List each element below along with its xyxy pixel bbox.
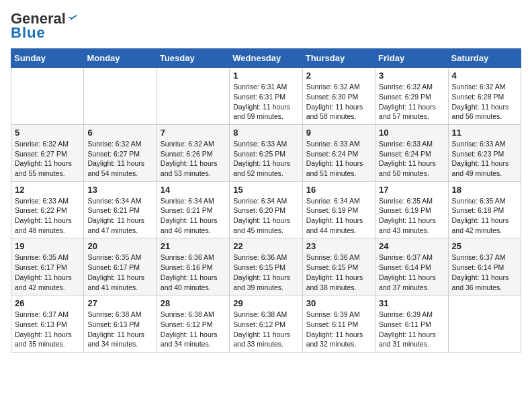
day-info: Sunrise: 6:35 AMSunset: 6:18 PMDaylight:… [452, 196, 517, 236]
day-number: 28 [161, 298, 226, 308]
calendar-cell: 12Sunrise: 6:33 AMSunset: 6:22 PMDayligh… [11, 181, 84, 238]
day-number: 6 [87, 128, 152, 138]
weekday-header-saturday: Saturday [448, 49, 521, 68]
calendar-header-row: SundayMondayTuesdayWednesdayThursdayFrid… [11, 49, 521, 68]
day-info: Sunrise: 6:33 AMSunset: 6:24 PMDaylight:… [379, 139, 444, 179]
day-number: 25 [452, 241, 517, 251]
day-info: Sunrise: 6:37 AMSunset: 6:14 PMDaylight:… [379, 253, 444, 292]
calendar-cell: 19Sunrise: 6:35 AMSunset: 6:17 PMDayligh… [11, 238, 84, 295]
day-info: Sunrise: 6:32 AMSunset: 6:27 PMDaylight:… [87, 139, 152, 179]
day-info: Sunrise: 6:33 AMSunset: 6:24 PMDaylight:… [306, 139, 371, 179]
day-number: 16 [306, 185, 371, 195]
day-info: Sunrise: 6:38 AMSunset: 6:12 PMDaylight:… [161, 310, 226, 349]
day-info: Sunrise: 6:39 AMSunset: 6:11 PMDaylight:… [379, 310, 444, 349]
day-number: 22 [233, 241, 298, 251]
day-info: Sunrise: 6:32 AMSunset: 6:28 PMDaylight:… [452, 82, 517, 122]
calendar-cell [11, 68, 84, 125]
day-info: Sunrise: 6:36 AMSunset: 6:15 PMDaylight:… [233, 253, 298, 292]
day-number: 14 [161, 185, 226, 195]
calendar-cell: 10Sunrise: 6:33 AMSunset: 6:24 PMDayligh… [375, 124, 448, 181]
day-number: 31 [379, 298, 444, 308]
calendar-cell: 23Sunrise: 6:36 AMSunset: 6:15 PMDayligh… [302, 238, 375, 295]
day-info: Sunrise: 6:37 AMSunset: 6:13 PMDaylight:… [15, 310, 80, 349]
day-info: Sunrise: 6:32 AMSunset: 6:27 PMDaylight:… [15, 139, 80, 179]
calendar-cell [448, 295, 521, 353]
day-info: Sunrise: 6:34 AMSunset: 6:19 PMDaylight:… [306, 196, 371, 236]
day-number: 15 [233, 185, 298, 195]
calendar-week-1: 1Sunrise: 6:31 AMSunset: 6:31 PMDaylight… [11, 68, 521, 125]
day-number: 20 [87, 241, 152, 251]
calendar-cell: 9Sunrise: 6:33 AMSunset: 6:24 PMDaylight… [302, 124, 375, 181]
calendar-cell: 7Sunrise: 6:32 AMSunset: 6:26 PMDaylight… [157, 124, 229, 181]
calendar-cell: 13Sunrise: 6:34 AMSunset: 6:21 PMDayligh… [84, 181, 157, 238]
calendar-cell: 11Sunrise: 6:33 AMSunset: 6:23 PMDayligh… [448, 124, 521, 181]
day-number: 13 [87, 185, 152, 195]
calendar-cell: 2Sunrise: 6:32 AMSunset: 6:30 PMDaylight… [302, 68, 375, 125]
weekday-header-sunday: Sunday [11, 49, 84, 68]
day-info: Sunrise: 6:34 AMSunset: 6:21 PMDaylight:… [87, 196, 152, 236]
calendar-body: 1Sunrise: 6:31 AMSunset: 6:31 PMDaylight… [11, 68, 521, 353]
calendar-week-5: 26Sunrise: 6:37 AMSunset: 6:13 PMDayligh… [11, 295, 521, 353]
calendar-cell: 14Sunrise: 6:34 AMSunset: 6:21 PMDayligh… [157, 181, 229, 238]
weekday-header-friday: Friday [375, 49, 448, 68]
calendar-cell: 31Sunrise: 6:39 AMSunset: 6:11 PMDayligh… [375, 295, 448, 353]
day-number: 24 [379, 241, 444, 251]
calendar-cell: 4Sunrise: 6:32 AMSunset: 6:28 PMDaylight… [448, 68, 521, 125]
day-info: Sunrise: 6:31 AMSunset: 6:31 PMDaylight:… [233, 82, 298, 122]
day-info: Sunrise: 6:32 AMSunset: 6:26 PMDaylight:… [161, 139, 226, 179]
calendar-cell: 15Sunrise: 6:34 AMSunset: 6:20 PMDayligh… [230, 181, 302, 238]
day-info: Sunrise: 6:32 AMSunset: 6:30 PMDaylight:… [306, 82, 371, 122]
calendar-week-4: 19Sunrise: 6:35 AMSunset: 6:17 PMDayligh… [11, 238, 521, 295]
day-info: Sunrise: 6:35 AMSunset: 6:17 PMDaylight:… [15, 253, 80, 292]
day-number: 12 [15, 185, 80, 195]
calendar-cell: 5Sunrise: 6:32 AMSunset: 6:27 PMDaylight… [11, 124, 84, 181]
calendar-cell: 17Sunrise: 6:35 AMSunset: 6:19 PMDayligh… [375, 181, 448, 238]
calendar-cell: 1Sunrise: 6:31 AMSunset: 6:31 PMDaylight… [230, 68, 302, 125]
calendar-cell: 16Sunrise: 6:34 AMSunset: 6:19 PMDayligh… [302, 181, 375, 238]
day-info: Sunrise: 6:34 AMSunset: 6:20 PMDaylight:… [233, 196, 298, 236]
day-number: 5 [15, 128, 80, 138]
calendar-cell: 26Sunrise: 6:37 AMSunset: 6:13 PMDayligh… [11, 295, 84, 353]
weekday-header-thursday: Thursday [302, 49, 375, 68]
calendar-cell: 30Sunrise: 6:39 AMSunset: 6:11 PMDayligh… [302, 295, 375, 353]
day-number: 23 [306, 241, 371, 251]
day-info: Sunrise: 6:39 AMSunset: 6:11 PMDaylight:… [306, 310, 371, 349]
calendar-cell: 21Sunrise: 6:36 AMSunset: 6:16 PMDayligh… [157, 238, 229, 295]
day-info: Sunrise: 6:34 AMSunset: 6:21 PMDaylight:… [161, 196, 226, 236]
weekday-header-wednesday: Wednesday [230, 49, 302, 68]
day-number: 30 [306, 298, 371, 308]
calendar-cell: 20Sunrise: 6:35 AMSunset: 6:17 PMDayligh… [84, 238, 157, 295]
day-info: Sunrise: 6:33 AMSunset: 6:23 PMDaylight:… [452, 139, 517, 179]
day-number: 18 [452, 185, 517, 195]
calendar-cell: 8Sunrise: 6:33 AMSunset: 6:25 PMDaylight… [230, 124, 302, 181]
calendar-table: SundayMondayTuesdayWednesdayThursdayFrid… [11, 48, 521, 353]
day-number: 21 [161, 241, 226, 251]
calendar-cell: 3Sunrise: 6:32 AMSunset: 6:29 PMDaylight… [375, 68, 448, 125]
day-number: 17 [379, 185, 444, 195]
calendar-cell: 18Sunrise: 6:35 AMSunset: 6:18 PMDayligh… [448, 181, 521, 238]
day-info: Sunrise: 6:33 AMSunset: 6:25 PMDaylight:… [233, 139, 298, 179]
day-info: Sunrise: 6:36 AMSunset: 6:15 PMDaylight:… [306, 253, 371, 292]
calendar-cell: 6Sunrise: 6:32 AMSunset: 6:27 PMDaylight… [84, 124, 157, 181]
calendar-week-3: 12Sunrise: 6:33 AMSunset: 6:22 PMDayligh… [11, 181, 521, 238]
day-number: 11 [452, 128, 517, 138]
day-number: 10 [379, 128, 444, 138]
calendar-cell: 29Sunrise: 6:38 AMSunset: 6:12 PMDayligh… [230, 295, 302, 353]
calendar-cell [84, 68, 157, 125]
calendar-cell: 22Sunrise: 6:36 AMSunset: 6:15 PMDayligh… [230, 238, 302, 295]
day-info: Sunrise: 6:35 AMSunset: 6:17 PMDaylight:… [87, 253, 152, 292]
day-number: 7 [161, 128, 226, 138]
calendar-cell: 28Sunrise: 6:38 AMSunset: 6:12 PMDayligh… [157, 295, 229, 353]
day-info: Sunrise: 6:33 AMSunset: 6:22 PMDaylight:… [15, 196, 80, 236]
day-number: 4 [452, 71, 517, 81]
day-info: Sunrise: 6:32 AMSunset: 6:29 PMDaylight:… [379, 82, 444, 122]
logo-blue: Blue [11, 24, 46, 42]
page-header: General Blue [11, 11, 521, 42]
day-number: 3 [379, 71, 444, 81]
day-number: 26 [15, 298, 80, 308]
day-number: 8 [233, 128, 298, 138]
logo: General Blue [11, 11, 79, 42]
weekday-header-monday: Monday [84, 49, 157, 68]
calendar-cell: 25Sunrise: 6:37 AMSunset: 6:14 PMDayligh… [448, 238, 521, 295]
calendar-cell: 24Sunrise: 6:37 AMSunset: 6:14 PMDayligh… [375, 238, 448, 295]
